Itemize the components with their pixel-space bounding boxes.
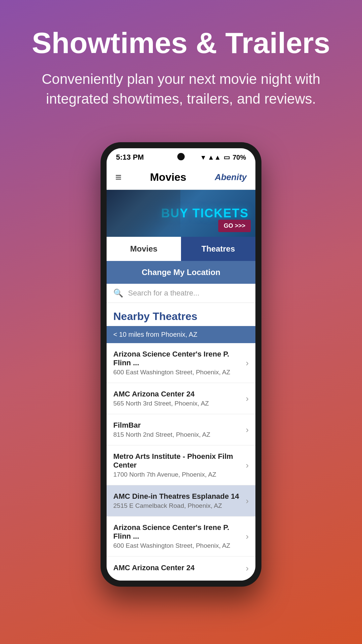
theatre-info: Arizona Science Center's Irene P. Flinn … bbox=[113, 523, 242, 549]
theatre-item[interactable]: AMC Dine-in Theatres Esplanade 142515 E … bbox=[107, 485, 255, 517]
nearby-heading: Nearby Theatres bbox=[107, 303, 255, 326]
chevron-right-icon: › bbox=[246, 496, 249, 506]
theatre-item[interactable]: AMC Arizona Center 24› bbox=[107, 556, 255, 581]
theatre-item[interactable]: Arizona Science Center's Irene P. Flinn … bbox=[107, 343, 255, 383]
chevron-right-icon: › bbox=[246, 358, 249, 368]
status-icons: ▾ ▲▲ ▭ 70% bbox=[201, 153, 246, 161]
status-time: 5:13 PM bbox=[116, 153, 144, 162]
theatre-name: Arizona Science Center's Irene P. Flinn … bbox=[113, 523, 242, 541]
theatre-address: 565 North 3rd Street, Phoenix, AZ bbox=[113, 400, 242, 407]
theatre-name: Metro Arts Institute - Phoenix Film Cent… bbox=[113, 452, 242, 470]
theatre-address: 1700 North 7th Avenue, Phoenix, AZ bbox=[113, 471, 242, 478]
tab-theatres[interactable]: Theatres bbox=[181, 237, 255, 261]
search-bar: 🔍 Search for a theatre... bbox=[107, 284, 255, 303]
theatre-info: AMC Arizona Center 24565 North 3rd Stree… bbox=[113, 390, 242, 407]
app-header-title: Movies bbox=[150, 171, 186, 183]
tab-movies[interactable]: Movies bbox=[107, 237, 181, 261]
theatre-name: AMC Arizona Center 24 bbox=[113, 390, 242, 398]
theatre-info: Metro Arts Institute - Phoenix Film Cent… bbox=[113, 452, 242, 478]
status-bar: 5:13 PM ▾ ▲▲ ▭ 70% bbox=[107, 148, 255, 165]
tabs-row: Movies Theatres bbox=[107, 237, 255, 261]
theatre-name: AMC Dine-in Theatres Esplanade 14 bbox=[113, 492, 242, 501]
theatre-item[interactable]: Arizona Science Center's Irene P. Flinn … bbox=[107, 517, 255, 556]
wifi-icon: ▾ bbox=[201, 153, 205, 161]
hamburger-icon[interactable]: ≡ bbox=[115, 171, 122, 183]
theatre-info: AMC Arizona Center 24 bbox=[113, 564, 242, 574]
banner-bg-overlay bbox=[107, 190, 180, 237]
search-input[interactable]: Search for a theatre... bbox=[128, 289, 249, 298]
phone-frame: 5:13 PM ▾ ▲▲ ▭ 70% ≡ Movies Abenity bbox=[101, 142, 261, 587]
hero-title: Showtimes & Trailers bbox=[20, 27, 342, 59]
chevron-right-icon: › bbox=[246, 563, 249, 574]
theatre-item[interactable]: Metro Arts Institute - Phoenix Film Cent… bbox=[107, 445, 255, 485]
hero-subtitle: Conveniently plan your next movie night … bbox=[20, 69, 342, 109]
theatre-info: Arizona Science Center's Irene P. Flinn … bbox=[113, 350, 242, 376]
theatre-item[interactable]: FilmBar815 North 2nd Street, Phoenix, AZ… bbox=[107, 414, 255, 445]
distance-label: < 10 miles from Phoenix, AZ bbox=[107, 326, 255, 343]
theatre-info: AMC Dine-in Theatres Esplanade 142515 E … bbox=[113, 492, 242, 509]
chevron-right-icon: › bbox=[246, 393, 249, 404]
theatre-name: Arizona Science Center's Irene P. Flinn … bbox=[113, 350, 242, 367]
phone-screen: 5:13 PM ▾ ▲▲ ▭ 70% ≡ Movies Abenity bbox=[107, 148, 255, 581]
battery-icon: ▭ bbox=[224, 153, 230, 161]
chevron-right-icon: › bbox=[246, 531, 249, 542]
chevron-right-icon: › bbox=[246, 460, 249, 471]
change-location-label[interactable]: Change My Location bbox=[142, 268, 221, 277]
search-icon: 🔍 bbox=[113, 288, 123, 298]
nearby-title: Nearby Theatres bbox=[113, 310, 249, 323]
hero-section: Showtimes & Trailers Conveniently plan y… bbox=[0, 0, 362, 122]
theatre-address: 600 East Washington Street, Phoenix, AZ bbox=[113, 542, 242, 549]
theatre-name: FilmBar bbox=[113, 421, 242, 430]
app-logo: Abenity bbox=[215, 172, 247, 182]
battery-percent: 70% bbox=[233, 154, 246, 161]
theatre-item[interactable]: AMC Arizona Center 24565 North 3rd Stree… bbox=[107, 383, 255, 414]
signal-icon: ▲▲ bbox=[207, 154, 221, 161]
change-location-bar[interactable]: Change My Location bbox=[107, 261, 255, 284]
theatre-list: Arizona Science Center's Irene P. Flinn … bbox=[107, 343, 255, 581]
go-button[interactable]: GO >>> bbox=[218, 220, 251, 232]
theatre-address: 600 East Washington Street, Phoenix, AZ bbox=[113, 369, 242, 376]
chevron-right-icon: › bbox=[246, 425, 249, 435]
banner: BUY TICKETS GO >>> bbox=[107, 190, 255, 237]
theatre-info: FilmBar815 North 2nd Street, Phoenix, AZ bbox=[113, 421, 242, 438]
camera-notch bbox=[177, 153, 185, 160]
theatre-address: 2515 E Camelback Road, Phoenix, AZ bbox=[113, 502, 242, 509]
app-header: ≡ Movies Abenity bbox=[107, 165, 255, 190]
theatre-name: AMC Arizona Center 24 bbox=[113, 564, 242, 572]
phone-wrapper: 5:13 PM ▾ ▲▲ ▭ 70% ≡ Movies Abenity bbox=[101, 142, 261, 587]
theatre-address: 815 North 2nd Street, Phoenix, AZ bbox=[113, 431, 242, 438]
